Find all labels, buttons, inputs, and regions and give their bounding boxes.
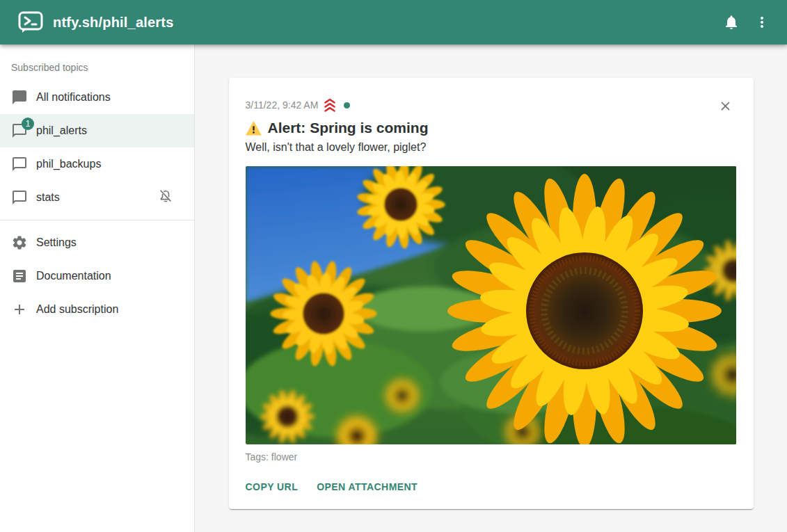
subscribed-topics-label: Subscribed topics [0, 45, 194, 81]
sidebar-item-documentation[interactable]: Documentation [0, 259, 194, 293]
sidebar-divider [0, 220, 194, 220]
chat-bubble-outline-icon: 1 [11, 122, 28, 139]
plus-icon [11, 301, 28, 318]
sidebar-item-label: phil_backups [36, 158, 101, 170]
main-content: 3/11/22, 9:42 AM Alert: Spring is coming [195, 45, 787, 532]
sidebar-item-phil-alerts[interactable]: 1 phil_alerts [0, 114, 194, 147]
notifications-bell-button[interactable] [716, 7, 747, 38]
chat-bubble-outline-icon [11, 156, 28, 172]
notification-title: Alert: Spring is coming [268, 120, 429, 136]
sidebar-item-stats[interactable]: stats [0, 181, 194, 214]
notifications-bell-icon [723, 14, 740, 31]
chat-bubble-outline-icon [11, 189, 28, 206]
notifications-off-icon [158, 188, 173, 207]
new-notification-dot [344, 102, 350, 108]
sidebar-item-phil-backups[interactable]: phil_backups [0, 147, 194, 181]
ntfy-logo-icon [18, 11, 43, 33]
article-icon [11, 268, 28, 284]
sidebar: Subscribed topics All notifications 1 ph… [0, 45, 195, 532]
notification-card: 3/11/22, 9:42 AM Alert: Spring is coming [229, 78, 754, 509]
sidebar-item-settings[interactable]: Settings [0, 226, 194, 259]
notification-message: Well, isn't that a lovely flower, piglet… [246, 141, 737, 154]
unread-count-badge: 1 [22, 118, 34, 130]
copy-url-button[interactable]: COPY URL [246, 480, 299, 494]
attachment-image-sunflowers[interactable] [246, 166, 736, 444]
overflow-menu-icon [754, 14, 770, 31]
notification-tags: Tags: flower [246, 451, 737, 462]
sidebar-item-add-subscription[interactable]: Add subscription [0, 293, 194, 326]
sidebar-item-label: Add subscription [36, 303, 118, 316]
sidebar-item-label: stats [36, 191, 60, 204]
sidebar-item-label: Settings [36, 236, 77, 249]
app-bar: ntfy.sh/phil_alerts [0, 0, 787, 45]
gear-icon [11, 234, 28, 251]
sidebar-item-label: Documentation [36, 270, 111, 282]
open-attachment-button[interactable]: OPEN ATTACHMENT [317, 480, 418, 494]
priority-high-chevrons-icon [321, 97, 338, 113]
sidebar-item-label: phil_alerts [36, 124, 87, 137]
sidebar-item-all-notifications[interactable]: All notifications [0, 81, 194, 114]
sidebar-item-label: All notifications [36, 91, 111, 104]
chat-bubble-filled-icon [11, 89, 28, 106]
page-title: ntfy.sh/phil_alerts [53, 15, 173, 31]
notification-timestamp: 3/11/22, 9:42 AM [246, 99, 319, 111]
close-icon [718, 99, 733, 113]
warning-triangle-icon [246, 121, 262, 136]
overflow-menu-button[interactable] [747, 7, 777, 38]
close-notification-button[interactable] [716, 96, 736, 115]
